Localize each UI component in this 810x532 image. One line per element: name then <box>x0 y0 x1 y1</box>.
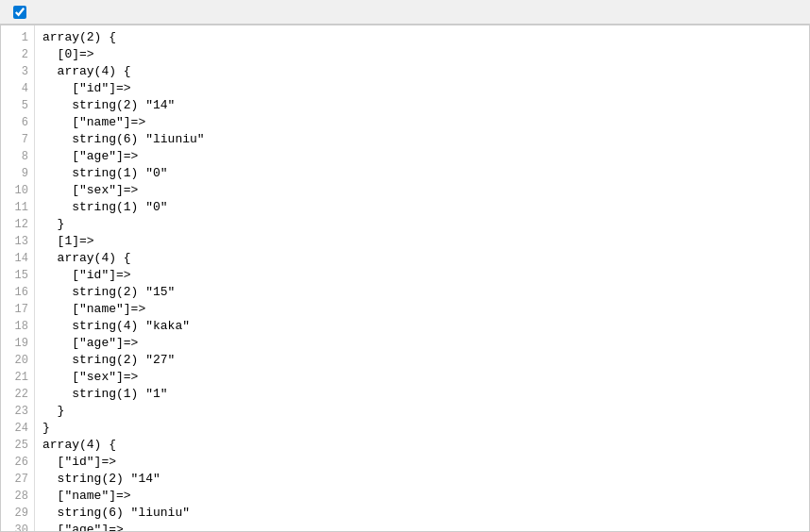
code-line: ["id"]=> <box>42 267 802 284</box>
code-line: string(1) "1" <box>42 386 802 403</box>
code-line: ["sex"]=> <box>42 182 802 199</box>
code-line: ["age"]=> <box>42 335 802 352</box>
line-number: 17 <box>7 301 28 318</box>
line-number: 20 <box>7 352 28 369</box>
line-number: 1 <box>7 29 28 46</box>
line-number: 3 <box>7 63 28 80</box>
code-content: array(2) { [0]=> array(4) { ["id"]=> str… <box>35 25 809 531</box>
line-number: 29 <box>7 505 28 522</box>
line-number: 23 <box>7 403 28 420</box>
code-line: string(2) "14" <box>42 471 802 488</box>
line-number: 10 <box>7 182 28 199</box>
code-line: [1]=> <box>42 233 802 250</box>
code-line: array(4) { <box>42 63 802 80</box>
line-number: 6 <box>7 114 28 131</box>
line-number: 2 <box>7 46 28 63</box>
code-line: [0]=> <box>42 46 802 63</box>
line-number: 9 <box>7 165 28 182</box>
line-number: 27 <box>7 471 28 488</box>
code-line: string(1) "0" <box>42 165 802 182</box>
line-number: 19 <box>7 335 28 352</box>
line-number: 22 <box>7 386 28 403</box>
code-line: array(2) { <box>42 29 802 46</box>
line-number: 14 <box>7 250 28 267</box>
code-line: string(2) "15" <box>42 284 802 301</box>
line-number: 7 <box>7 131 28 148</box>
line-number: 5 <box>7 97 28 114</box>
code-line: array(4) { <box>42 437 802 454</box>
line-number: 26 <box>7 454 28 471</box>
code-line: } <box>42 403 802 420</box>
code-line: array(4) { <box>42 250 802 267</box>
toolbar <box>0 0 810 25</box>
line-number: 12 <box>7 216 28 233</box>
line-number: 13 <box>7 233 28 250</box>
line-number: 8 <box>7 148 28 165</box>
code-area: 1234567891011121314151617181920212223242… <box>0 25 810 532</box>
code-line: string(2) "27" <box>42 352 802 369</box>
line-number: 25 <box>7 437 28 454</box>
code-line: string(6) "liuniu" <box>42 131 802 148</box>
code-line: ["id"]=> <box>42 80 802 97</box>
line-number: 24 <box>7 420 28 437</box>
code-line: ["id"]=> <box>42 454 802 471</box>
line-number: 15 <box>7 267 28 284</box>
line-number: 28 <box>7 488 28 505</box>
code-line: } <box>42 420 802 437</box>
line-numbers: 1234567891011121314151617181920212223242… <box>1 25 35 531</box>
code-line: ["age"]=> <box>42 522 802 532</box>
auto-wrap-checkbox[interactable] <box>13 6 26 19</box>
line-number: 16 <box>7 284 28 301</box>
code-line: ["name"]=> <box>42 114 802 131</box>
code-line: string(1) "0" <box>42 199 802 216</box>
code-line: ["age"]=> <box>42 148 802 165</box>
code-line: string(6) "liuniu" <box>42 505 802 522</box>
code-line: ["sex"]=> <box>42 369 802 386</box>
line-number: 18 <box>7 318 28 335</box>
code-line: ["name"]=> <box>42 301 802 318</box>
code-line: string(4) "kaka" <box>42 318 802 335</box>
code-line: ["name"]=> <box>42 488 802 505</box>
code-line: string(2) "14" <box>42 97 802 114</box>
line-number: 4 <box>7 80 28 97</box>
line-number: 30 <box>7 522 28 532</box>
line-number: 21 <box>7 369 28 386</box>
code-line: } <box>42 216 802 233</box>
line-number: 11 <box>7 199 28 216</box>
